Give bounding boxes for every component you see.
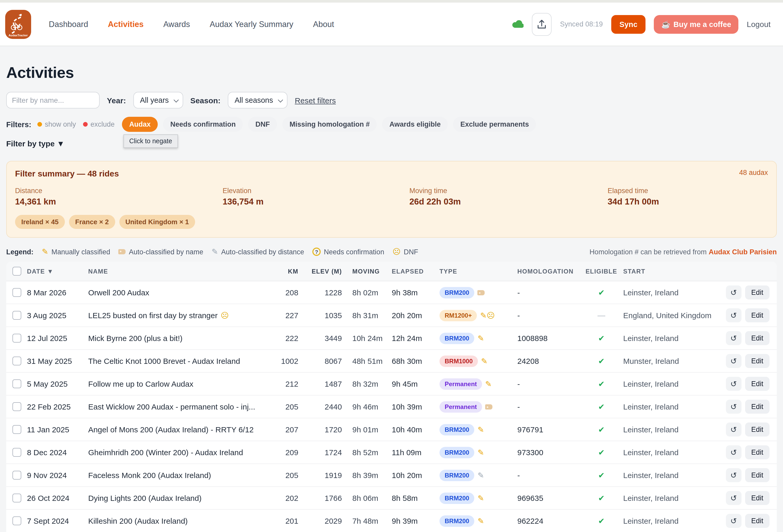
refresh-icon: ↺ <box>730 289 737 296</box>
row-checkbox[interactable] <box>12 311 21 320</box>
reset-filters-link[interactable]: Reset filters <box>295 96 336 104</box>
select-all-checkbox[interactable] <box>12 267 21 276</box>
filter-chip[interactable]: Needs confirmation <box>163 117 243 132</box>
country-chip[interactable]: Ireland × 45 <box>15 215 65 229</box>
col-elev[interactable]: ELEV (M) <box>299 268 342 275</box>
edit-button[interactable]: Edit <box>745 491 770 505</box>
km-cell: 1002 <box>269 356 299 366</box>
row-checkbox[interactable] <box>12 288 21 297</box>
refresh-button[interactable]: ↺ <box>726 514 741 528</box>
upload-button[interactable] <box>532 13 552 36</box>
activity-name: LEL25 busted on first day by stranger <box>88 311 218 320</box>
edit-button[interactable]: Edit <box>745 445 770 459</box>
col-elapsed[interactable]: ELAPSED <box>392 268 439 275</box>
buy-coffee-button[interactable]: ☕ Buy me a coffee <box>654 15 739 33</box>
col-name[interactable]: NAME <box>88 268 269 275</box>
show-only-label: show only <box>45 120 76 128</box>
nav-item[interactable]: Activities <box>108 20 144 29</box>
audax-count-badge: 48 audax <box>739 169 768 177</box>
cry-icon: ☹ <box>487 311 495 320</box>
row-checkbox[interactable] <box>12 402 21 411</box>
edit-button[interactable]: Edit <box>745 468 770 482</box>
refresh-button[interactable]: ↺ <box>726 354 741 368</box>
edit-button[interactable]: Edit <box>745 308 770 322</box>
row-checkbox[interactable] <box>12 448 21 457</box>
row-checkbox[interactable] <box>12 425 21 434</box>
edit-button[interactable]: Edit <box>745 400 770 414</box>
start-cell: England, United Kingdom <box>623 311 720 320</box>
refresh-button[interactable]: ↺ <box>726 423 741 437</box>
row-checkbox[interactable] <box>12 356 21 366</box>
km-cell: 202 <box>269 494 299 502</box>
refresh-button[interactable]: ↺ <box>726 285 741 300</box>
app-logo[interactable]: AudaxTracker <box>5 9 31 39</box>
nav-item[interactable]: Dashboard <box>49 20 88 29</box>
name-cell: Follow me up to Carlow Audax <box>88 379 269 388</box>
row-checkbox[interactable] <box>12 494 21 502</box>
filter-chips-row: Filters: show only exclude Audax Needs c… <box>6 117 777 132</box>
filter-chip[interactable]: Missing homologation # <box>282 117 377 132</box>
col-homologation[interactable]: HOMOLOGATION <box>517 268 580 275</box>
refresh-button[interactable]: ↺ <box>726 491 741 505</box>
filter-chip[interactable]: Audax <box>122 117 158 132</box>
nav-item[interactable]: Audax Yearly Summary <box>210 20 293 29</box>
type-chip: Permanent <box>439 401 482 412</box>
country-chip[interactable]: United Kingdom × 1 <box>119 215 195 229</box>
row-checkbox[interactable] <box>12 471 21 479</box>
edit-button[interactable]: Edit <box>745 285 770 300</box>
table-row: 31 May 2025 The Celtic Knot 1000 Brevet … <box>6 350 777 373</box>
col-moving[interactable]: MOVING <box>342 268 392 275</box>
row-checkbox[interactable] <box>12 334 21 343</box>
date-cell: 26 Oct 2024 <box>27 494 88 502</box>
date-cell: 3 Aug 2025 <box>27 311 88 320</box>
filter-by-type-toggle[interactable]: Filter by type ▼ <box>6 139 65 148</box>
refresh-button[interactable]: ↺ <box>726 445 741 459</box>
country-chip[interactable]: France × 2 <box>69 215 115 229</box>
refresh-button[interactable]: ↺ <box>726 308 741 322</box>
logout-link[interactable]: Logout <box>747 20 771 29</box>
table-row: 3 Aug 2025 LEL25 busted on first day by … <box>6 304 777 327</box>
col-eligible[interactable]: ELIGIBLE <box>580 268 623 275</box>
elapsed-cell: 9h 45m <box>392 379 439 388</box>
edit-button[interactable]: Edit <box>745 377 770 391</box>
name-cell: Killeshin 200 (Audax Ireland) <box>88 517 269 525</box>
sync-button[interactable]: Sync <box>611 15 646 33</box>
legend-item-text: Manually classified <box>51 248 110 256</box>
stat-value: 14,361 km <box>15 197 223 207</box>
refresh-button[interactable]: ↺ <box>726 400 741 414</box>
name-filter-input[interactable] <box>6 92 100 108</box>
eligible-check: ✔ <box>580 379 623 388</box>
header-right-controls: Synced 08:19 Sync ☕ Buy me a coffee Logo… <box>512 13 771 36</box>
year-select[interactable]: All years <box>133 92 183 108</box>
legend-items: ✎ Manually classified Auto-classified by… <box>42 247 418 256</box>
acp-link[interactable]: Audax Club Parisien <box>709 248 777 256</box>
moving-cell: 8h 32m <box>342 379 392 388</box>
filter-chip[interactable]: Awards eligible <box>382 117 448 132</box>
refresh-button[interactable]: ↺ <box>726 377 741 391</box>
start-cell: Leinster, Ireland <box>623 494 720 502</box>
col-date[interactable]: DATE ▼ <box>27 268 88 275</box>
start-cell: Leinster, Ireland <box>623 471 720 479</box>
col-type[interactable]: TYPE <box>439 268 517 275</box>
col-km[interactable]: KM <box>269 268 299 275</box>
pencil-icon: ✎ <box>480 311 487 320</box>
edit-button[interactable]: Edit <box>745 423 770 437</box>
table-row: 12 Jul 2025 Mick Byrne 200 (plus a bit!)… <box>6 327 777 350</box>
legend-item-text: Auto-classified by name <box>129 248 203 256</box>
edit-button[interactable]: Edit <box>745 514 770 528</box>
season-select[interactable]: All seasons <box>228 92 287 108</box>
edit-button[interactable]: Edit <box>745 331 770 345</box>
refresh-button[interactable]: ↺ <box>726 331 741 345</box>
row-checkbox[interactable] <box>12 517 21 525</box>
filter-chip[interactable]: DNF <box>248 117 277 132</box>
refresh-button[interactable]: ↺ <box>726 468 741 482</box>
row-checkbox-cell <box>6 379 27 388</box>
top-strip <box>0 0 783 3</box>
edit-button[interactable]: Edit <box>745 354 770 368</box>
nav-item[interactable]: Awards <box>163 20 190 29</box>
filter-chip[interactable]: Exclude permanents <box>453 117 536 132</box>
row-checkbox[interactable] <box>12 379 21 388</box>
stat-label: Elapsed time <box>607 187 768 195</box>
nav-item[interactable]: About <box>313 20 334 29</box>
col-start[interactable]: START <box>623 268 720 275</box>
